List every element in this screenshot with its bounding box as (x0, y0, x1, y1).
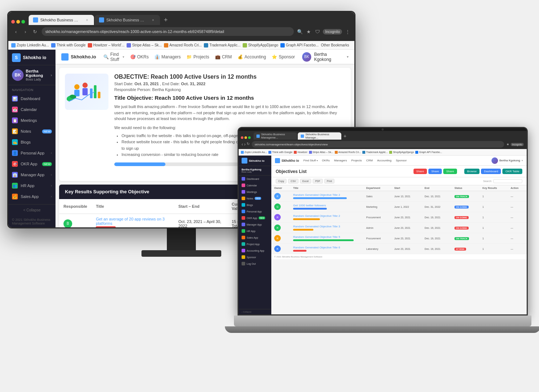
topnav-projects[interactable]: 📁 Projects (186, 54, 209, 59)
bookmark-howitzer[interactable]: Howitzer – World'... (88, 43, 124, 48)
kr-title-link-1[interactable]: Get an average of 20 app reviews on 3 pl… (96, 217, 169, 226)
forward-button[interactable]: › (21, 28, 29, 36)
laptop-search-input[interactable] (493, 179, 522, 183)
sidebar-collapse-button[interactable]: < Collapse (8, 204, 55, 216)
obj-action-5[interactable]: — (508, 233, 527, 244)
laptop-new-tab[interactable]: + (342, 133, 348, 139)
url-bar[interactable]: skhokho.io/management/team-objectives/re… (42, 27, 294, 36)
laptop-share-btn-green[interactable]: Share (443, 169, 457, 174)
laptop-back-btn[interactable]: ‹ (242, 142, 243, 147)
laptop-sidebar-item-meetings[interactable]: Meetings (239, 189, 271, 195)
obj-action-4[interactable]: — (508, 223, 527, 233)
obj-title-link-3[interactable]: Random Generated Objective Title 2 (293, 214, 340, 218)
laptop-sidebar-item-project[interactable]: Project App (239, 241, 271, 247)
topnav-managers[interactable]: 👔 Managers (155, 54, 181, 59)
laptop-sidebar-item-sales[interactable]: Sales App (239, 234, 271, 241)
topnav-find-stuff[interactable]: 🔍 Find Stuff ▾ (103, 52, 124, 62)
laptop-bookmark-trademark[interactable]: Trademark Applic... (362, 151, 388, 154)
shield-icon[interactable]: 🛡 (314, 28, 321, 35)
laptop-user-chevron[interactable]: ▾ (522, 159, 523, 162)
laptop-share-btn-blue[interactable]: Share (428, 169, 442, 174)
laptop-url-bar[interactable]: skhokho.io/management/team-objectives/ob… (252, 141, 504, 148)
laptop-filter-csv[interactable]: CSV (288, 179, 298, 183)
laptop-sidebar-item-calendar[interactable]: Calendar (239, 182, 271, 189)
laptop-sidebar-item-sponsor[interactable]: Sponsor (239, 254, 271, 260)
tab-close-2[interactable]: × (151, 17, 156, 22)
laptop-maximize-btn[interactable] (248, 136, 251, 139)
laptop-topnav-accounting[interactable]: Accounting (377, 159, 392, 162)
bookmark-other[interactable]: Other Bookmarks (321, 43, 349, 47)
laptop-bookmark-howitzer[interactable]: Howitzer (294, 151, 307, 154)
laptop-sidebar-item-dashboard[interactable]: Dashboard (239, 176, 271, 182)
topnav-crm[interactable]: 💼 CRM (215, 54, 232, 59)
obj-title-link-1[interactable]: Random Generated Objective Title 2 (293, 193, 340, 197)
browser-tab-2[interactable]: Skhokho Business Manageme... × (95, 15, 160, 25)
search-icon[interactable]: 🔍 (297, 28, 303, 35)
bookmark-stripe[interactable]: Stripe Atlas – Sk... (127, 43, 162, 48)
bookmark-icon[interactable]: ★ (305, 28, 312, 35)
laptop-sidebar-item-personal[interactable]: Personal App (239, 208, 271, 215)
laptop-forward-btn[interactable]: › (244, 142, 246, 147)
laptop-dashboard-btn[interactable]: Dashboard (481, 169, 501, 174)
obj-title-link-6[interactable]: Random Generated Objective Title 6 (293, 246, 340, 249)
sidebar-item-okr-app[interactable]: 🎯 OKR App NEW (8, 158, 55, 169)
laptop-reload-btn[interactable]: ↻ (247, 142, 250, 147)
obj-action-3[interactable]: — (508, 212, 527, 223)
obj-title-link-4[interactable]: Random Generated Objective Title 3 (293, 225, 340, 228)
topnav-sponsor[interactable]: ⭐ Sponsor (272, 54, 295, 59)
laptop-bookmark-icon[interactable]: ★ (506, 143, 509, 146)
menu-icon[interactable]: ⋮ (344, 28, 351, 35)
sidebar-item-personal-app[interactable]: 👤 Personal App › (8, 148, 55, 158)
user-nav-chevron[interactable]: ▾ (347, 55, 349, 59)
obj-title-link-5[interactable]: Random Generated Objective Title 5 (293, 235, 340, 239)
laptop-bookmark-amazed[interactable]: Amazed Roofs Cri... (335, 151, 361, 154)
bookmark-zopto[interactable]: Zopto LinkedIn Au... (11, 43, 49, 48)
laptop-sidebar-item-manager[interactable]: Manager App (239, 221, 271, 228)
laptop-sidebar-item-notes[interactable]: Notes NEW (239, 195, 271, 202)
minimize-btn[interactable] (16, 20, 20, 24)
back-button[interactable]: ‹ (12, 28, 20, 36)
laptop-bookmark-zopto[interactable]: Zopto LinkedIn Au... (241, 151, 267, 154)
laptop-topnav-projects[interactable]: Projects (351, 159, 362, 162)
bookmark-shopify[interactable]: ShopifyAppDjango (243, 43, 278, 48)
sidebar-item-sales-app[interactable]: 💰 Sales App › (8, 191, 55, 202)
laptop-filter-print[interactable]: Print (324, 179, 334, 183)
obj-action-1[interactable]: — (508, 191, 527, 202)
laptop-bookmark-graph[interactable]: Graph API Facebo... (415, 151, 442, 154)
laptop-topnav-managers[interactable]: Managers (334, 159, 347, 162)
tab-close-1[interactable]: × (85, 17, 90, 22)
bookmark-amazed[interactable]: Amazed Roofs Cri... (164, 43, 202, 48)
laptop-collapse-button[interactable]: ‹ Collapse (239, 309, 271, 314)
laptop-topnav-find-stuff[interactable]: Find Stuff ▾ (304, 159, 318, 162)
bookmark-trademark[interactable]: Trademark Applic... (204, 43, 240, 48)
laptop-topnav-sponsor[interactable]: Sponsor (396, 159, 407, 162)
laptop-okr-table-btn[interactable]: OKR Table (502, 169, 522, 174)
reload-button[interactable]: ↻ (31, 28, 39, 36)
browser-tab-1[interactable]: Skhokho Business Manageme... × (29, 15, 94, 25)
laptop-sidebar-item-hr[interactable]: HR App (239, 228, 271, 234)
laptop-filter-copy[interactable]: Copy (276, 179, 287, 183)
laptop-bookmark-google[interactable]: Think with Google (268, 151, 292, 154)
laptop-tab-2[interactable]: Skhokho Business Manage... (298, 132, 341, 140)
laptop-tab-1[interactable]: Skhokho Business Manageme... (254, 132, 297, 140)
laptop-close-btn[interactable] (241, 136, 243, 139)
sidebar-item-blogs[interactable]: ✍️ Blogs (8, 137, 55, 148)
sidebar-item-manager-app[interactable]: 👔 Manager App › (8, 169, 55, 180)
laptop-filter-excel[interactable]: Excel (300, 179, 311, 183)
laptop-browse-btn[interactable]: Browse (464, 169, 480, 174)
sidebar-item-meetings[interactable]: 📋 Meetings (8, 115, 55, 126)
laptop-topnav-okrs[interactable]: OKRs (322, 159, 330, 162)
sidebar-item-hr-app[interactable]: 👥 HR App › (8, 180, 55, 191)
laptop-sidebar-item-accounting[interactable]: Accounting App (239, 247, 271, 254)
topnav-okrs[interactable]: 🎯 OKRs (130, 54, 149, 59)
laptop-share-btn-red[interactable]: Share (413, 169, 427, 174)
laptop-bookmark-shopify[interactable]: ShopifyAppDjango (389, 151, 414, 154)
sidebar-item-calendar[interactable]: 📅 Calendar (8, 104, 55, 115)
user-dropdown-arrow[interactable]: › (51, 73, 52, 77)
laptop-sidebar-item-blogs[interactable]: Blogs (239, 202, 271, 208)
laptop-minimize-btn[interactable] (244, 136, 247, 139)
close-btn[interactable] (11, 20, 15, 24)
laptop-sidebar-item-okr[interactable]: OKR App NEW (239, 215, 271, 221)
sidebar-item-notes[interactable]: 📝 Notes NEW (8, 126, 55, 137)
laptop-sidebar-item-logout[interactable]: Log Out (239, 260, 271, 267)
